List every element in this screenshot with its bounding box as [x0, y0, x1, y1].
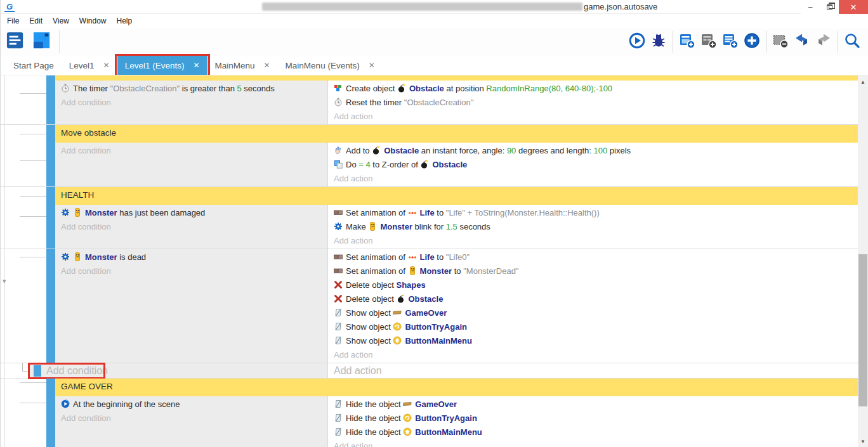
add-external-layout-button[interactable] [698, 32, 720, 51]
close-button[interactable]: ✕ [839, 0, 868, 14]
action-line[interactable]: Hide the object ButtonTryAgain [334, 411, 858, 425]
project-manager-icon [6, 32, 24, 52]
toolbar-separator [766, 31, 766, 53]
project-manager-button[interactable] [6, 32, 25, 51]
tab-start-page[interactable]: Start Page [6, 56, 62, 75]
event-row: Add conditionAdd to Obstacle an instant … [1, 143, 858, 187]
add-condition-link[interactable]: Add condition [61, 144, 327, 158]
tab-close-icon[interactable]: ✕ [193, 61, 199, 70]
animation-icon [334, 266, 343, 275]
menu-help[interactable]: Help [112, 15, 138, 27]
scrollbar-down-arrow-icon[interactable]: ▼ [858, 436, 868, 446]
event-selection-bar[interactable] [46, 187, 55, 205]
event-row: Monster has just been damagedAdd conditi… [1, 205, 858, 249]
add-action-link[interactable]: Add action [334, 110, 858, 124]
condition-line[interactable]: Monster is dead [61, 250, 327, 264]
tab-close-icon[interactable]: ✕ [369, 61, 375, 70]
bomb-icon [372, 145, 381, 154]
object-name: Monster [420, 266, 452, 276]
scrollbar-up-arrow-icon[interactable]: ▲ [858, 77, 868, 87]
window-title: game.json.autosave [584, 2, 657, 11]
tab-level1[interactable]: Level1✕ [62, 56, 117, 75]
action-line[interactable]: Hide the object ButtonMainMenu [334, 425, 858, 439]
preview-play-button[interactable] [626, 32, 648, 51]
action-line[interactable]: Make Monster blink for 1.5 seconds [334, 220, 858, 234]
action-line[interactable]: Show object ButtonMainMenu [334, 334, 858, 348]
action-line[interactable]: Show object ButtonTryAgain [334, 320, 858, 334]
action-line[interactable]: Set animation of Life to "Life0" [334, 250, 858, 264]
text-segment: 100 [594, 146, 608, 155]
text-segment: seconds [457, 222, 490, 231]
add-condition-link[interactable]: Add condition [61, 220, 327, 234]
add-external-events-button[interactable] [720, 32, 741, 51]
visibility-icon [334, 399, 343, 408]
create-object-icon [334, 83, 343, 92]
event-selection-bar[interactable] [46, 75, 55, 81]
screenshot-remove-button[interactable] [770, 32, 791, 51]
debug-button[interactable] [648, 32, 669, 51]
scrollbar-thumb[interactable] [858, 254, 867, 406]
event-selection-bar[interactable] [46, 396, 55, 447]
comment-text[interactable]: GAME OVER [55, 379, 858, 396]
add-action-link[interactable]: Add action [334, 348, 858, 362]
action-line[interactable]: Add to Obstacle an instant force, angle:… [334, 144, 858, 158]
event-selection-bar[interactable] [46, 143, 55, 186]
menu-window[interactable]: Window [74, 15, 112, 27]
app-window: G game.json.autosave – ✕ FileEditViewWin… [0, 0, 868, 447]
action-line[interactable]: Do = 4 to Z-order of Obstacle [334, 158, 858, 172]
condition-line[interactable]: Monster has just been damaged [61, 206, 327, 220]
comment-text[interactable]: HEALTH [55, 187, 858, 205]
action-line[interactable]: Set animation of Life to "Life" + ToStri… [334, 206, 858, 220]
add-extension-button[interactable] [741, 32, 763, 51]
action-line[interactable]: Hide the object GameOver [334, 398, 858, 411]
add-condition-link[interactable]: Add condition [46, 365, 108, 377]
undo-button[interactable] [791, 32, 813, 51]
tab-close-icon[interactable]: ✕ [264, 61, 270, 70]
vertical-scrollbar[interactable]: ▲ ▼ [858, 75, 868, 447]
text-segment: Set animation of [346, 252, 408, 262]
menu-edit[interactable]: Edit [24, 15, 48, 27]
tab-mainmenu-events-[interactable]: MainMenu (Events)✕ [278, 56, 383, 75]
event-selection-bar[interactable] [46, 125, 55, 143]
menu-view[interactable]: View [48, 15, 74, 27]
object-name: Obstacle [432, 160, 467, 169]
add-action-link[interactable]: Add action [334, 234, 858, 248]
comment-row: HEALTH [1, 187, 858, 205]
action-line[interactable]: Delete object Obstacle [334, 292, 858, 306]
add-condition-link[interactable]: Add condition [61, 96, 327, 110]
action-line[interactable]: Set animation of Monster to "MonsterDead… [334, 264, 858, 278]
tab-level1-events-[interactable]: Level1 (Events)✕ [117, 56, 207, 75]
event-selection-bar[interactable] [46, 205, 55, 249]
add-action-link[interactable]: Add action [334, 172, 858, 186]
action-line[interactable]: Delete object Shapes [334, 278, 858, 292]
condition-line[interactable]: The timer "ObstacleCreation" is greater … [61, 82, 327, 96]
menu-file[interactable]: File [2, 15, 24, 27]
restore-button[interactable] [820, 0, 839, 14]
minimize-button[interactable]: – [801, 0, 820, 14]
object-name: Obstacle [384, 146, 419, 155]
text-segment: 5 [237, 84, 242, 93]
tab-mainmenu[interactable]: MainMenu✕ [207, 56, 278, 75]
event-selection-bar[interactable] [46, 379, 55, 396]
subevent-conditions-cell: Add condition [28, 363, 328, 378]
event-selection-bar[interactable] [46, 249, 55, 363]
comment-text[interactable]: Move obstacle [55, 125, 858, 143]
comment-text[interactable] [55, 75, 858, 81]
action-line[interactable]: Reset the timer "ObstacleCreation" [334, 96, 858, 110]
add-condition-link[interactable]: Add condition [61, 411, 327, 425]
tab-close-icon[interactable]: ✕ [103, 61, 110, 70]
search-button[interactable] [841, 32, 863, 51]
subevent-selection-bar[interactable] [34, 365, 41, 377]
condition-line[interactable]: At the beginning of the scene [61, 398, 327, 411]
redo-button[interactable] [813, 32, 834, 51]
start-page-button[interactable] [32, 32, 51, 51]
conditions-cell: Monster is deadAdd condition [55, 249, 328, 363]
action-line[interactable]: Show object GameOver [334, 306, 858, 320]
add-action-link[interactable]: Add action [334, 365, 382, 377]
add-scene-button[interactable] [676, 32, 698, 51]
add-condition-link[interactable]: Add condition [61, 264, 327, 278]
event-selection-bar[interactable] [46, 81, 55, 124]
add-action-link[interactable]: Add action [334, 439, 858, 447]
toolbar [1, 28, 868, 56]
action-line[interactable]: Create object Obstacle at position Rando… [334, 82, 858, 96]
